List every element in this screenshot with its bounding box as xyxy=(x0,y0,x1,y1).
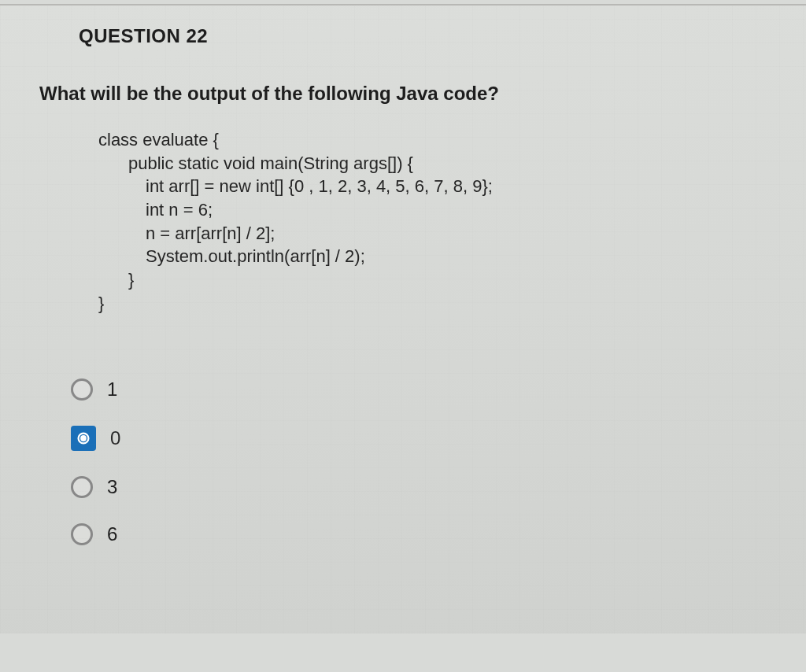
answer-text: 3 xyxy=(107,476,117,498)
code-line: n = arr[arr[n] / 2]; xyxy=(98,222,767,246)
answer-option-3[interactable]: 3 xyxy=(71,476,767,498)
answer-text: 0 xyxy=(110,427,120,449)
code-line: System.out.println(arr[n] / 2); xyxy=(98,245,767,268)
code-block: class evaluate { public static void main… xyxy=(98,128,767,316)
answer-options: 1 0 3 6 xyxy=(71,378,767,545)
code-line: int n = 6; xyxy=(98,198,767,222)
radio-icon[interactable] xyxy=(71,523,93,545)
code-line: class evaluate { xyxy=(98,128,767,152)
answer-option-1[interactable]: 1 xyxy=(71,378,767,401)
answer-text: 1 xyxy=(107,378,117,401)
svg-point-1 xyxy=(81,436,86,441)
radio-icon[interactable] xyxy=(71,378,93,401)
code-line: } xyxy=(98,292,767,316)
code-line: int arr[] = new int[] {0 , 1, 2, 3, 4, 5… xyxy=(98,175,767,198)
answer-option-2[interactable]: 0 xyxy=(71,426,767,451)
code-line: } xyxy=(98,268,767,292)
answer-text: 6 xyxy=(107,523,117,545)
question-frame: QUESTION 22 What will be the output of t… xyxy=(0,4,806,633)
code-line: public static void main(String args[]) { xyxy=(98,152,767,175)
radio-icon[interactable] xyxy=(71,476,93,498)
answer-option-4[interactable]: 6 xyxy=(71,523,767,545)
question-number: QUESTION 22 xyxy=(79,25,767,47)
radio-selected-icon[interactable] xyxy=(71,426,96,451)
question-prompt: What will be the output of the following… xyxy=(39,83,767,105)
